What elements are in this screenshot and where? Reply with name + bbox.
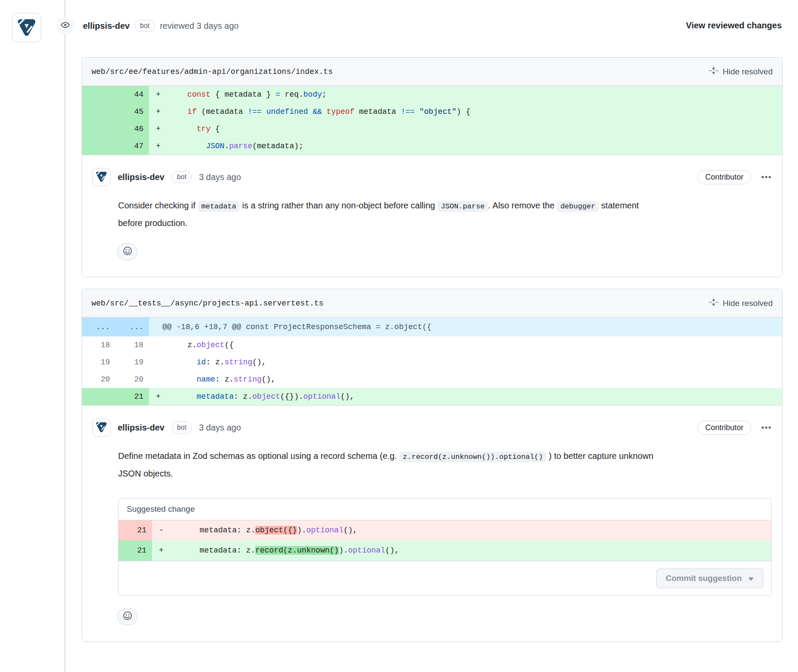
diff-line-added: 47 + JSON.parse(metadata); (82, 137, 782, 155)
comment-author-avatar[interactable] (92, 418, 110, 437)
comment-header-actions: Contributor (697, 421, 772, 435)
contributor-badge: Contributor (697, 170, 751, 184)
diff-marker: - (152, 520, 172, 541)
code-text: metadata: z.object({}).optional(), (172, 520, 771, 541)
add-reaction-button[interactable] (117, 608, 137, 625)
diff-line-context: 19 19 id: z.string(), (82, 354, 782, 371)
diff-block: ... ... @@ -18,6 +18,7 @@ const ProjectR… (82, 318, 782, 405)
comment-author-name[interactable]: ellipsis-dev (118, 423, 164, 433)
review-comment: ellipsis-dev bot 3 days ago Contributor … (82, 155, 782, 277)
comment-author-name[interactable]: ellipsis-dev (118, 172, 164, 182)
review-meta[interactable]: reviewed 3 days ago (160, 21, 238, 31)
diff-line-context: 18 18 z.object({ (82, 336, 782, 354)
ellipsis-logo-icon (95, 170, 108, 185)
comment-header-actions: Contributor (697, 170, 772, 184)
commit-suggestion-button[interactable]: Commit suggestion (656, 568, 763, 588)
new-line-number: 44 (116, 86, 149, 103)
review-header: ellipsis-dev bot reviewed 3 days ago (83, 20, 239, 32)
diff-marker: + (149, 103, 169, 120)
old-line-number (82, 137, 116, 155)
hunk-gutter-left: ... (82, 318, 116, 336)
hunk-header-text: @@ -18,6 +18,7 @@ const ProjectResponseS… (149, 318, 782, 336)
file-header: web/src/ee/features/admin-api/organizati… (82, 58, 782, 86)
review-comment: ellipsis-dev bot 3 days ago Contributor … (82, 405, 782, 641)
diff-line-added: 46 + try { (82, 120, 782, 137)
comment-author-avatar[interactable] (92, 168, 110, 186)
code-text: const { metadata } = req.body; (169, 86, 782, 103)
old-line-number: 19 (82, 354, 116, 371)
old-line-number: 20 (82, 371, 116, 388)
hide-resolved-label: Hide resolved (723, 299, 773, 308)
diff-line-context: 20 20 name: z.string(), (82, 371, 782, 388)
new-line-number: 46 (116, 120, 149, 137)
review-thread-card: web/src/__tests__/async/projects-api.ser… (82, 289, 783, 642)
hide-resolved-label: Hide resolved (723, 67, 773, 76)
new-line-number: 47 (116, 137, 149, 155)
kebab-menu-button[interactable] (761, 171, 772, 183)
file-header: web/src/__tests__/async/projects-api.ser… (82, 289, 782, 318)
kebab-menu-button[interactable] (761, 422, 772, 433)
ellipsis-logo-icon (95, 420, 108, 435)
eye-icon (61, 20, 70, 32)
smiley-icon (123, 611, 132, 623)
fold-icon (709, 298, 718, 309)
file-path-link[interactable]: web/src/ee/features/admin-api/organizati… (91, 67, 333, 76)
hide-resolved-button[interactable]: Hide resolved (709, 298, 773, 309)
comment-timestamp[interactable]: 3 days ago (199, 423, 241, 433)
old-line-number (82, 103, 116, 120)
hunk-header-row: ... ... @@ -18,6 +18,7 @@ const ProjectR… (82, 318, 782, 336)
new-line-number: 20 (116, 371, 149, 388)
code-text: name: z.string(), (169, 371, 782, 388)
triangle-down-icon (748, 574, 754, 583)
diff-marker (149, 354, 169, 371)
suggestion-footer: Commit suggestion (119, 561, 771, 596)
reviewer-avatar[interactable] (12, 13, 41, 42)
diff-marker (149, 336, 169, 354)
code-text: if (metadata !== undefined && typeof met… (169, 103, 782, 120)
comment-header: ellipsis-dev bot 3 days ago Contributor (92, 418, 772, 437)
add-reaction-button[interactable] (117, 243, 137, 260)
diff-marker (149, 371, 169, 388)
suggestion-line-deleted: 21 - metadata: z.object({}).optional(), (119, 520, 771, 541)
code-text: z.object({ (169, 336, 782, 354)
line-number: 21 (119, 520, 152, 541)
old-line-number (82, 120, 116, 137)
code-text: metadata: z.record(z.unknown()).optional… (172, 541, 771, 561)
old-line-number (82, 388, 116, 405)
new-line-number: 18 (116, 336, 149, 354)
suggested-change-title: Suggested change (119, 498, 771, 520)
diff-marker: + (149, 86, 169, 103)
file-path-link[interactable]: web/src/__tests__/async/projects-api.ser… (91, 299, 323, 308)
bot-badge: bot (172, 171, 192, 183)
review-event-badge (56, 17, 74, 35)
old-line-number: 18 (82, 336, 116, 354)
line-number: 21 (119, 541, 152, 561)
comment-header: ellipsis-dev bot 3 days ago Contributor (92, 168, 772, 186)
view-reviewed-changes-link[interactable]: View reviewed changes (686, 21, 782, 31)
reviewer-name[interactable]: ellipsis-dev (83, 21, 130, 31)
new-line-number: 19 (116, 354, 149, 371)
hide-resolved-button[interactable]: Hide resolved (709, 66, 773, 77)
fold-icon (709, 66, 718, 77)
new-line-number: 21 (116, 388, 149, 405)
diff-block: 44 + const { metadata } = req.body; 45 +… (82, 86, 782, 155)
diff-marker: + (149, 137, 169, 155)
code-text: JSON.parse(metadata); (169, 137, 782, 155)
diff-line-added: 44 + const { metadata } = req.body; (82, 86, 782, 103)
timeline-line (64, 0, 65, 672)
suggested-change-block: Suggested change 21 - metadata: z.object… (118, 498, 772, 596)
ellipsis-logo-icon (16, 16, 37, 40)
comment-body: Define metadata in Zod schemas as option… (118, 448, 657, 482)
new-line-number: 45 (116, 103, 149, 120)
bot-badge: bot (135, 20, 155, 32)
contributor-badge: Contributor (697, 421, 751, 435)
smiley-icon (123, 246, 132, 258)
hunk-gutter-right: ... (116, 318, 149, 336)
old-line-number (82, 86, 116, 103)
suggestion-line-added: 21 + metadata: z.record(z.unknown()).opt… (119, 541, 771, 561)
diff-line-added: 21 + metadata: z.object({}).optional(), (82, 388, 782, 405)
diff-marker: + (149, 388, 169, 405)
comment-timestamp[interactable]: 3 days ago (199, 172, 241, 182)
code-text: try { (169, 120, 782, 137)
diff-marker: + (152, 541, 172, 561)
